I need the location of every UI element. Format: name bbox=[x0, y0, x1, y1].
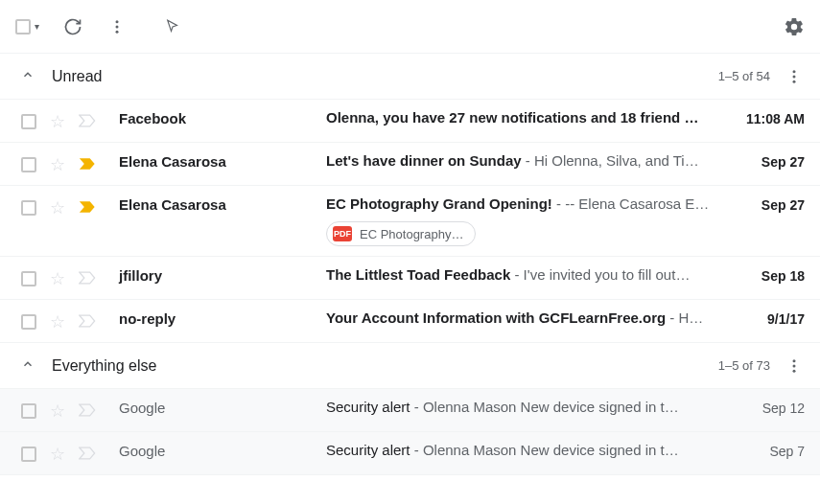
subject-line: Your Account Information with GCFLearnFr… bbox=[326, 309, 710, 326]
star-icon[interactable]: ☆ bbox=[50, 154, 65, 175]
attachment-name: EC Photography… bbox=[360, 227, 463, 241]
date: Sep 18 bbox=[736, 266, 805, 284]
subject-line: Security alert - Olenna Mason New device… bbox=[326, 442, 710, 458]
subject: Olenna, you have 27 new notifications an… bbox=[326, 109, 698, 126]
message-column: Security alert - Olenna Mason New device… bbox=[326, 399, 736, 415]
email-row[interactable]: ☆Elena CasarosaLet's have dinner on Sund… bbox=[0, 143, 820, 186]
message-column: Security alert - Olenna Mason New device… bbox=[326, 442, 736, 458]
message-column: Olenna, you have 27 new notifications an… bbox=[326, 109, 736, 126]
importance-icon[interactable] bbox=[79, 113, 98, 131]
importance-icon[interactable] bbox=[79, 270, 98, 288]
svg-point-5 bbox=[793, 80, 796, 82]
date: 11:08 AM bbox=[736, 109, 805, 126]
svg-point-6 bbox=[793, 359, 796, 362]
subject: The Littlest Toad Feedback bbox=[326, 266, 510, 283]
subject-line: Security alert - Olenna Mason New device… bbox=[326, 399, 710, 415]
email-row[interactable]: ☆FacebookOlenna, you have 27 new notific… bbox=[0, 100, 820, 143]
email-row[interactable]: ☆jfilloryThe Littlest Toad Feedback - I'… bbox=[0, 257, 820, 300]
collapse-everything-icon[interactable] bbox=[21, 357, 35, 374]
row-controls: ☆ bbox=[21, 266, 119, 289]
section-more-everything[interactable] bbox=[784, 355, 805, 377]
message-column: The Littlest Toad Feedback - I've invite… bbox=[326, 266, 736, 283]
snippet: - Olenna Mason New device signed in t… bbox=[410, 442, 679, 458]
sender: no-reply bbox=[119, 309, 326, 327]
toolbar-left: ▾ bbox=[15, 16, 183, 37]
star-icon[interactable]: ☆ bbox=[50, 111, 65, 132]
row-controls: ☆ bbox=[21, 309, 119, 332]
section-title-unread: Unread bbox=[52, 68, 718, 85]
subject-line: The Littlest Toad Feedback - I've invite… bbox=[326, 266, 710, 283]
sender: Google bbox=[119, 442, 326, 459]
snippet: - -- Elena Casarosa E… bbox=[552, 195, 709, 212]
cursor-icon bbox=[162, 16, 183, 37]
svg-point-2 bbox=[116, 30, 119, 33]
more-button[interactable] bbox=[106, 16, 128, 37]
toolbar: ▾ bbox=[0, 0, 820, 54]
row-checkbox[interactable] bbox=[21, 200, 36, 216]
row-checkbox[interactable] bbox=[21, 157, 36, 172]
row-controls: ☆ bbox=[21, 109, 119, 132]
star-icon[interactable]: ☆ bbox=[50, 401, 65, 422]
select-all-checkbox[interactable] bbox=[15, 19, 31, 34]
attachment-chip[interactable]: PDFEC Photography… bbox=[326, 221, 476, 246]
message-column: EC Photography Grand Opening! - -- Elena… bbox=[326, 195, 736, 246]
message-column: Let's have dinner on Sunday - Hi Olenna,… bbox=[326, 152, 736, 169]
svg-point-0 bbox=[116, 20, 119, 23]
date: Sep 27 bbox=[736, 152, 805, 170]
row-checkbox[interactable] bbox=[21, 114, 36, 129]
sender: Elena Casarosa bbox=[119, 152, 326, 170]
row-checkbox[interactable] bbox=[21, 314, 36, 330]
everything-list: ☆GoogleSecurity alert - Olenna Mason New… bbox=[0, 389, 820, 475]
settings-button[interactable] bbox=[784, 16, 805, 37]
snippet: - Olenna Mason New device signed in t… bbox=[410, 399, 679, 415]
row-controls: ☆ bbox=[21, 195, 119, 218]
star-icon[interactable]: ☆ bbox=[50, 197, 65, 218]
section-count-everything: 1–5 of 73 bbox=[718, 358, 770, 373]
star-icon[interactable]: ☆ bbox=[50, 268, 65, 289]
subject: Security alert bbox=[326, 399, 410, 415]
collapse-unread-icon[interactable] bbox=[21, 68, 35, 84]
svg-point-3 bbox=[793, 70, 796, 73]
subject-line: Let's have dinner on Sunday - Hi Olenna,… bbox=[326, 152, 710, 169]
svg-point-7 bbox=[793, 364, 796, 367]
section-header-everything: Everything else 1–5 of 73 bbox=[0, 343, 820, 389]
svg-point-1 bbox=[116, 25, 119, 28]
star-icon[interactable]: ☆ bbox=[50, 444, 65, 465]
importance-icon[interactable] bbox=[79, 156, 98, 174]
importance-icon[interactable] bbox=[79, 446, 98, 464]
subject: Your Account Information with GCFLearnFr… bbox=[326, 309, 666, 326]
sender: jfillory bbox=[119, 266, 326, 284]
row-controls: ☆ bbox=[21, 152, 119, 175]
subject: Security alert bbox=[326, 442, 410, 458]
select-all-dropdown-icon[interactable]: ▾ bbox=[35, 21, 39, 32]
message-column: Your Account Information with GCFLearnFr… bbox=[326, 309, 736, 326]
row-checkbox[interactable] bbox=[21, 447, 36, 462]
star-icon[interactable]: ☆ bbox=[50, 311, 65, 332]
subject-line: EC Photography Grand Opening! - -- Elena… bbox=[326, 195, 710, 212]
importance-icon[interactable] bbox=[79, 313, 98, 332]
email-row[interactable]: ☆GoogleSecurity alert - Olenna Mason New… bbox=[0, 389, 820, 432]
svg-point-4 bbox=[793, 75, 796, 78]
select-all-group[interactable]: ▾ bbox=[15, 19, 39, 34]
sender: Google bbox=[119, 399, 326, 416]
row-checkbox[interactable] bbox=[21, 271, 36, 286]
email-row[interactable]: ☆Elena CasarosaEC Photography Grand Open… bbox=[0, 186, 820, 257]
row-controls: ☆ bbox=[21, 399, 119, 422]
svg-point-8 bbox=[793, 369, 796, 372]
date: Sep 12 bbox=[736, 399, 805, 416]
sender: Elena Casarosa bbox=[119, 195, 326, 213]
row-checkbox[interactable] bbox=[21, 403, 36, 419]
subject-line: Olenna, you have 27 new notifications an… bbox=[326, 109, 710, 126]
email-row[interactable]: ☆no-replyYour Account Information with G… bbox=[0, 300, 820, 343]
importance-icon[interactable] bbox=[79, 199, 98, 218]
unread-list: ☆FacebookOlenna, you have 27 new notific… bbox=[0, 100, 820, 343]
email-row[interactable]: ☆GoogleSecurity alert - Olenna Mason New… bbox=[0, 432, 820, 475]
snippet: - Hi Olenna, Silva, and Ti… bbox=[522, 152, 699, 169]
importance-icon[interactable] bbox=[79, 402, 98, 421]
subject: EC Photography Grand Opening! bbox=[326, 195, 552, 212]
section-more-unread[interactable] bbox=[784, 66, 805, 87]
section-header-unread: Unread 1–5 of 54 bbox=[0, 54, 820, 100]
date: 9/1/17 bbox=[736, 309, 805, 327]
refresh-button[interactable] bbox=[62, 16, 83, 37]
date: Sep 7 bbox=[736, 442, 805, 459]
